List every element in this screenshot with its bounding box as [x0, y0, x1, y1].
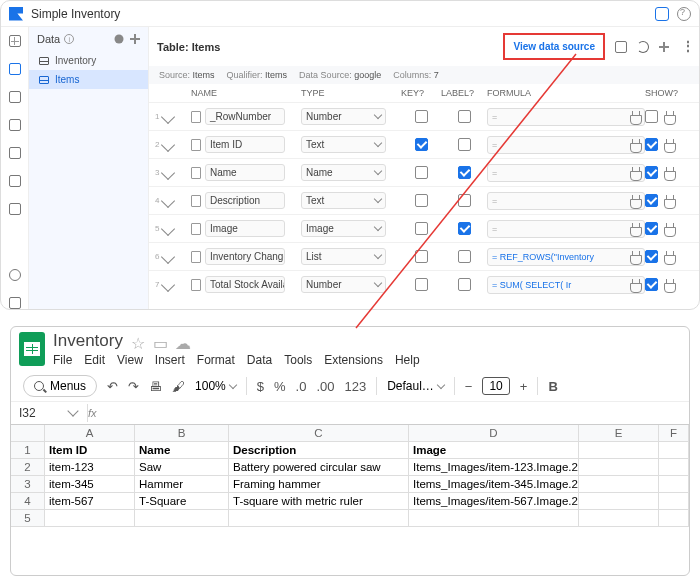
font-size-input[interactable]: 10	[482, 377, 509, 395]
column-name-input[interactable]: Description	[205, 192, 285, 209]
formula-input[interactable]: = SUM( SELECT( Ir	[487, 276, 645, 294]
automation-nav-icon[interactable]	[9, 147, 21, 159]
intelligence-nav-icon[interactable]	[9, 203, 21, 215]
key-checkbox[interactable]	[415, 166, 428, 179]
add-column-icon[interactable]	[659, 42, 669, 52]
actions-nav-icon[interactable]	[9, 119, 21, 131]
font-size-decrease[interactable]: −	[465, 379, 473, 394]
column-type-select[interactable]: List	[301, 248, 386, 265]
cell[interactable]	[579, 442, 659, 459]
view-data-source-link[interactable]: View data source	[503, 33, 605, 60]
cell[interactable]: Items_Images/item-345.Image.211436.png	[409, 476, 579, 493]
menus-search[interactable]: Menus	[23, 375, 97, 397]
menu-file[interactable]: File	[53, 353, 72, 367]
formula-input[interactable]: =	[487, 136, 645, 154]
formula-input[interactable]: = REF_ROWS("Inventory	[487, 248, 645, 266]
cell[interactable]: T-square with metric ruler	[229, 493, 409, 510]
corner-cell[interactable]	[11, 425, 45, 442]
decrease-decimal-icon[interactable]: .0	[296, 379, 307, 394]
cell[interactable]: Battery powered circular saw	[229, 459, 409, 476]
help-icon[interactable]	[677, 7, 691, 21]
show-checkbox[interactable]	[645, 278, 658, 291]
show-checkbox[interactable]	[645, 110, 658, 123]
column-name-input[interactable]: Item ID	[205, 136, 285, 153]
menu-insert[interactable]: Insert	[155, 353, 185, 367]
edit-column-icon[interactable]	[161, 165, 175, 179]
formula-input[interactable]: =	[487, 220, 645, 238]
edit-column-icon[interactable]	[161, 137, 175, 151]
spreadsheet-grid[interactable]: ABCDEF1Item IDNameDescriptionImage2item-…	[11, 425, 689, 527]
row-number[interactable]: 2	[11, 459, 45, 476]
manage-nav-icon[interactable]	[9, 297, 21, 309]
cell[interactable]	[229, 510, 409, 527]
label-checkbox[interactable]	[458, 250, 471, 263]
column-name-input[interactable]: Inventory Change I	[205, 248, 285, 265]
settings-nav-icon[interactable]	[9, 269, 21, 281]
cell[interactable]	[579, 493, 659, 510]
column-type-select[interactable]: Image	[301, 220, 386, 237]
bold-icon[interactable]: B	[548, 379, 557, 394]
key-checkbox[interactable]	[415, 250, 428, 263]
cloud-status-icon[interactable]: ☁	[175, 334, 189, 348]
column-type-select[interactable]: Number	[301, 276, 386, 293]
label-checkbox[interactable]	[458, 278, 471, 291]
cell[interactable]	[659, 476, 689, 493]
menu-data[interactable]: Data	[247, 353, 272, 367]
column-name-input[interactable]: Total Stock Availab	[205, 276, 285, 293]
cell[interactable]	[579, 476, 659, 493]
col-letter[interactable]: E	[579, 425, 659, 442]
edit-column-icon[interactable]	[161, 193, 175, 207]
column-name-input[interactable]: Image	[205, 220, 285, 237]
cell[interactable]: Items_Images/item-567.Image.211512.png	[409, 493, 579, 510]
more-formats-icon[interactable]: 123	[344, 379, 366, 394]
col-letter[interactable]: B	[135, 425, 229, 442]
menu-edit[interactable]: Edit	[84, 353, 105, 367]
cell[interactable]: T-Square	[135, 493, 229, 510]
security-nav-icon[interactable]	[9, 175, 21, 187]
column-type-select[interactable]: Name	[301, 164, 386, 181]
edit-column-icon[interactable]	[161, 277, 175, 291]
cell[interactable]	[409, 510, 579, 527]
col-letter[interactable]: A	[45, 425, 135, 442]
row-number[interactable]: 3	[11, 476, 45, 493]
cell[interactable]: Items_Images/item-123.Image.211420.png	[409, 459, 579, 476]
label-checkbox[interactable]	[458, 166, 471, 179]
col-letter[interactable]: C	[229, 425, 409, 442]
add-table-icon[interactable]	[130, 34, 140, 44]
sidebar-item-inventory[interactable]: Inventory	[29, 51, 148, 70]
column-type-select[interactable]: Text	[301, 192, 386, 209]
key-checkbox[interactable]	[415, 278, 428, 291]
key-checkbox[interactable]	[415, 222, 428, 235]
name-box[interactable]: I32	[19, 406, 69, 420]
menu-help[interactable]: Help	[395, 353, 420, 367]
home-nav-icon[interactable]	[9, 35, 21, 47]
header-cell[interactable]: Description	[229, 442, 409, 459]
column-name-input[interactable]: Name	[205, 164, 285, 181]
label-checkbox[interactable]	[458, 222, 471, 235]
col-letter[interactable]: F	[659, 425, 689, 442]
label-checkbox[interactable]	[458, 110, 471, 123]
cell[interactable]	[659, 493, 689, 510]
formula-input[interactable]: =	[487, 164, 645, 182]
row-number[interactable]: 1	[11, 442, 45, 459]
paint-format-icon[interactable]: 🖌	[172, 379, 185, 394]
refresh-icon[interactable]	[637, 41, 649, 53]
edit-column-icon[interactable]	[161, 249, 175, 263]
cell[interactable]	[45, 510, 135, 527]
cell[interactable]	[659, 442, 689, 459]
row-number[interactable]: 4	[11, 493, 45, 510]
cell[interactable]: item-345	[45, 476, 135, 493]
undo-icon[interactable]: ↶	[107, 379, 118, 394]
header-cell[interactable]: Name	[135, 442, 229, 459]
redo-icon[interactable]: ↷	[128, 379, 139, 394]
column-type-select[interactable]: Number	[301, 108, 386, 125]
percent-icon[interactable]: %	[274, 379, 286, 394]
column-name-input[interactable]: _RowNumber	[205, 108, 285, 125]
name-box-dropdown-icon[interactable]	[67, 405, 78, 416]
key-checkbox[interactable]	[415, 138, 428, 151]
regen-structure-icon[interactable]	[615, 41, 627, 53]
cell[interactable]	[579, 510, 659, 527]
doc-name[interactable]: Inventory	[53, 331, 123, 351]
formula-input[interactable]: =	[487, 192, 645, 210]
menu-tools[interactable]: Tools	[284, 353, 312, 367]
